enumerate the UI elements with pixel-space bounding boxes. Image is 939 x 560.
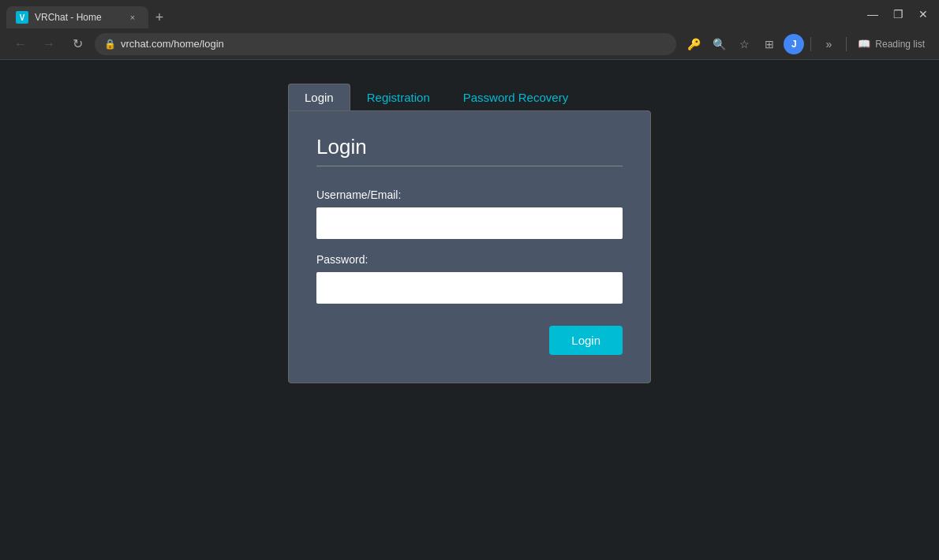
auth-container: Login Registration Password Recovery Log… [288,84,651,383]
form-actions: Login [316,326,623,355]
tab-bar: V VRChat - Home × + [6,0,860,28]
profile-avatar[interactable]: J [784,34,804,54]
key-icon-button[interactable]: 🔑 [683,33,705,55]
bookmark-button[interactable]: ☆ [733,33,755,55]
toolbar-divider [810,37,811,51]
reading-list-area[interactable]: 📖 Reading list [853,38,930,50]
reading-list-icon: 📖 [858,38,870,50]
lock-icon: 🔒 [104,39,116,50]
tab-title: VRChat - Home [35,12,120,23]
extensions-button[interactable]: ⊞ [758,33,780,55]
auth-form-title: Login [316,135,623,159]
toolbar-divider2 [846,37,847,51]
tab-favicon: V [16,11,28,24]
reading-list-label: Reading list [875,39,925,50]
active-tab[interactable]: V VRChat - Home × [6,6,148,28]
new-tab-button[interactable]: + [148,6,170,28]
username-label: Username/Email: [316,189,623,201]
maximize-button[interactable]: ❐ [888,5,907,24]
reload-button[interactable]: ↻ [66,33,88,55]
login-submit-button[interactable]: Login [549,326,623,355]
tab-login[interactable]: Login [288,84,350,110]
tab-registration[interactable]: Registration [350,84,447,110]
toolbar-right: 🔑 🔍 ☆ ⊞ J » 📖 Reading list [683,33,930,55]
url-text: vrchat.com/home/login [121,38,224,50]
minimize-button[interactable]: — [863,5,882,24]
forward-button[interactable]: → [38,33,60,55]
auth-tabs: Login Registration Password Recovery [288,84,651,110]
window-controls: — ❐ ✕ [863,5,933,24]
username-input[interactable] [316,207,623,239]
more-button[interactable]: » [817,33,840,55]
tab-password-recovery[interactable]: Password Recovery [447,84,585,110]
password-input[interactable] [316,272,623,304]
title-underline [316,166,623,166]
title-bar: V VRChat - Home × + — ❐ ✕ [0,0,939,28]
page-content: Login Registration Password Recovery Log… [0,60,939,560]
back-button[interactable]: ← [9,33,32,55]
auth-panel: Login Username/Email: Password: Login [288,110,651,383]
tab-close-button[interactable]: × [126,11,139,24]
search-button[interactable]: 🔍 [708,33,730,55]
url-bar[interactable]: 🔒 vrchat.com/home/login [95,33,676,55]
browser-frame: V VRChat - Home × + — ❐ ✕ ← → ↻ 🔒 vrchat… [0,0,939,560]
password-label: Password: [316,253,623,266]
address-bar: ← → ↻ 🔒 vrchat.com/home/login 🔑 🔍 ☆ ⊞ J … [0,28,939,60]
close-button[interactable]: ✕ [914,5,933,24]
